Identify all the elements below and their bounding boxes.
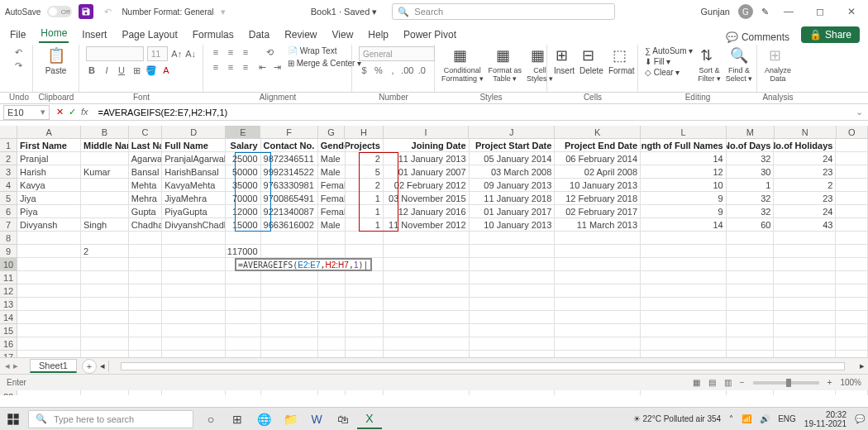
cell-D11[interactable] bbox=[162, 271, 226, 284]
row-header-15[interactable]: 15 bbox=[0, 324, 17, 337]
search-box[interactable]: 🔍 Search bbox=[392, 3, 615, 20]
cell-I7[interactable]: 11 November 2012 bbox=[384, 218, 470, 232]
cell-F3[interactable]: 9992314522 bbox=[261, 165, 318, 179]
col-header-D[interactable]: D bbox=[162, 126, 226, 139]
cell-L6[interactable]: 9 bbox=[641, 205, 727, 218]
cell-K2[interactable]: 06 February 2014 bbox=[555, 152, 641, 165]
cell-C8[interactable] bbox=[129, 232, 163, 245]
cell-F12[interactable] bbox=[261, 284, 318, 298]
cell-C15[interactable] bbox=[129, 324, 163, 337]
cell-O13[interactable] bbox=[836, 298, 868, 311]
cell-A10[interactable] bbox=[17, 258, 81, 271]
cell-K5[interactable]: 12 February 2018 bbox=[555, 192, 641, 205]
cell-O5[interactable] bbox=[836, 192, 868, 205]
cell-F16[interactable] bbox=[261, 337, 318, 351]
cell-I5[interactable]: 03 November 2015 bbox=[384, 192, 470, 205]
merge-center-button[interactable]: ⊞ Merge & Center ▾ bbox=[288, 59, 361, 68]
cell-F14[interactable] bbox=[261, 311, 318, 324]
cell-N13[interactable] bbox=[774, 298, 836, 311]
cell-L12[interactable] bbox=[641, 284, 727, 298]
cell-J14[interactable] bbox=[470, 311, 556, 324]
share-button[interactable]: 🔒 Share bbox=[801, 26, 860, 43]
cell-D16[interactable] bbox=[162, 337, 226, 351]
cell-F11[interactable] bbox=[261, 271, 318, 284]
cond-format-label[interactable]: ConditionalFormatting ▾ bbox=[441, 66, 484, 83]
col-header-G[interactable]: G bbox=[318, 126, 346, 139]
cell-M20[interactable] bbox=[727, 390, 775, 395]
cell-I12[interactable] bbox=[384, 284, 470, 298]
user-avatar[interactable]: G bbox=[738, 4, 753, 19]
paste-icon[interactable]: 📋 bbox=[47, 46, 65, 64]
cell-H4[interactable]: 2 bbox=[346, 179, 384, 192]
cell-K6[interactable]: 02 February 2017 bbox=[555, 205, 641, 218]
cell-E4[interactable]: 35000 bbox=[226, 179, 260, 192]
cell-N6[interactable]: 24 bbox=[774, 205, 836, 218]
cell-D14[interactable] bbox=[162, 311, 226, 324]
close-button[interactable]: ✕ bbox=[840, 6, 863, 17]
delete-cells-icon[interactable]: ⊟ bbox=[582, 46, 600, 64]
cell-H15[interactable] bbox=[346, 324, 384, 337]
cell-M14[interactable] bbox=[727, 311, 775, 324]
percent-icon[interactable]: % bbox=[373, 64, 384, 76]
cell-O15[interactable] bbox=[836, 324, 868, 337]
cell-G2[interactable]: Male bbox=[318, 152, 346, 165]
cell-K12[interactable] bbox=[555, 284, 641, 298]
row-header-2[interactable]: 2 bbox=[0, 152, 17, 165]
cell-L2[interactable]: 14 bbox=[641, 152, 727, 165]
cell-A4[interactable]: Kavya bbox=[17, 179, 81, 192]
sheet-tab-active[interactable]: Sheet1 bbox=[30, 359, 77, 373]
col-header-F[interactable]: F bbox=[260, 126, 317, 139]
cell-D5[interactable]: JiyaMehra bbox=[162, 192, 226, 205]
cell-E11[interactable] bbox=[226, 271, 260, 284]
cell-E7[interactable]: 15000 bbox=[226, 218, 260, 232]
comma-icon[interactable]: , bbox=[388, 64, 398, 76]
formula-cancel-icon[interactable]: ✕ bbox=[56, 107, 64, 117]
tab-page-layout[interactable]: Page Layout bbox=[120, 26, 179, 43]
autosum-button[interactable]: ∑ AutoSum ▾ bbox=[645, 46, 693, 55]
cell-L4[interactable]: 10 bbox=[641, 179, 727, 192]
row-header-10[interactable]: 10 bbox=[0, 258, 17, 271]
cell-G8[interactable] bbox=[318, 232, 346, 245]
format-cells-label[interactable]: Format bbox=[608, 66, 635, 75]
tab-insert[interactable]: Insert bbox=[80, 26, 108, 43]
cell-M8[interactable] bbox=[727, 232, 775, 245]
cell-E13[interactable] bbox=[226, 298, 260, 311]
cell-F4[interactable]: 9763330981 bbox=[261, 179, 318, 192]
cell-A14[interactable] bbox=[17, 311, 81, 324]
cell-G14[interactable] bbox=[318, 311, 346, 324]
cell-C9[interactable] bbox=[129, 245, 163, 258]
minimize-button[interactable]: — bbox=[777, 6, 800, 17]
cell-F20[interactable] bbox=[261, 390, 318, 395]
cell-C20[interactable] bbox=[129, 390, 163, 395]
cell-G12[interactable] bbox=[318, 284, 346, 298]
cell-L20[interactable] bbox=[641, 390, 727, 395]
font-family-dropdown[interactable] bbox=[86, 46, 144, 61]
cell-M3[interactable]: 30 bbox=[727, 165, 775, 179]
cell-D9[interactable] bbox=[162, 245, 226, 258]
cell-H2[interactable]: 2 bbox=[346, 152, 384, 165]
fill-color-icon[interactable]: 🪣 bbox=[145, 64, 157, 76]
spreadsheet-grid[interactable]: ABCDEFGHIJKLMNO1First NameMiddle NameLas… bbox=[0, 126, 868, 395]
cell-A3[interactable]: Harish bbox=[17, 165, 81, 179]
cell-J12[interactable] bbox=[470, 284, 556, 298]
cell-F13[interactable] bbox=[261, 298, 318, 311]
insert-cells-label[interactable]: Insert bbox=[554, 66, 575, 75]
cell-D12[interactable] bbox=[162, 284, 226, 298]
wrap-text-button[interactable]: 📄 Wrap Text bbox=[288, 46, 336, 55]
cell-D6[interactable]: PiyaGupta bbox=[162, 205, 226, 218]
save-icon[interactable] bbox=[79, 4, 93, 19]
cell-A2[interactable]: Pranjal bbox=[17, 152, 81, 165]
tray-lang[interactable]: ENG bbox=[778, 414, 796, 423]
cell-O4[interactable] bbox=[836, 179, 868, 192]
tray-volume-icon[interactable]: 🔊 bbox=[760, 414, 770, 423]
cell-E5[interactable]: 70000 bbox=[226, 192, 260, 205]
underline-icon[interactable]: U bbox=[116, 64, 127, 76]
cell-B2[interactable] bbox=[81, 152, 129, 165]
cell-N14[interactable] bbox=[774, 311, 836, 324]
cell-I14[interactable] bbox=[384, 311, 470, 324]
cell-G20[interactable] bbox=[318, 390, 346, 395]
cell-B7[interactable]: Singh bbox=[81, 218, 129, 232]
view-normal-icon[interactable]: ▦ bbox=[693, 378, 700, 387]
cell-L3[interactable]: 12 bbox=[641, 165, 727, 179]
tray-network-icon[interactable]: 📶 bbox=[742, 414, 751, 423]
